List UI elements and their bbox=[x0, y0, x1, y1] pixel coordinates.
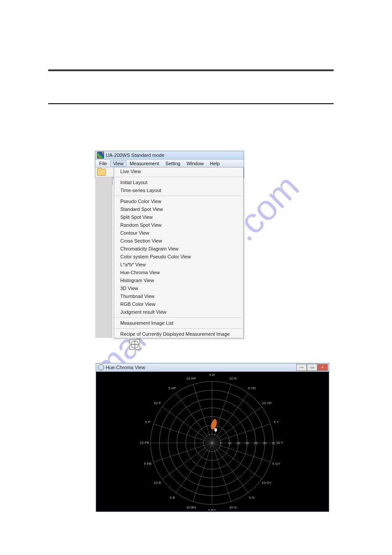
svg-text:5 PB: 5 PB bbox=[144, 462, 151, 466]
dd-rgb-color[interactable]: RGB Color View bbox=[114, 300, 243, 308]
svg-text:15: 15 bbox=[237, 442, 240, 445]
menu-file[interactable]: File bbox=[96, 160, 110, 167]
open-folder-icon[interactable] bbox=[97, 169, 106, 176]
svg-line-19 bbox=[212, 443, 270, 462]
dd-histogram[interactable]: Histogram View bbox=[114, 276, 243, 284]
svg-text:5 P: 5 P bbox=[145, 420, 151, 424]
svg-line-13 bbox=[212, 407, 262, 443]
svg-text:10 Y: 10 Y bbox=[276, 441, 284, 445]
menu-window[interactable]: Window bbox=[183, 160, 207, 167]
app-window: UA-200WS Standard mode File View Measure… bbox=[95, 151, 244, 178]
svg-line-35 bbox=[154, 443, 212, 462]
dd-hue-chroma[interactable]: Hue-Chroma View bbox=[114, 268, 243, 276]
dd-thumbnail[interactable]: Thumbnail View bbox=[114, 292, 243, 300]
dd-pseudo-color[interactable]: Pseudo Color View bbox=[114, 197, 243, 205]
svg-text:10 BG: 10 BG bbox=[186, 505, 196, 509]
svg-line-9 bbox=[212, 385, 231, 443]
svg-text:5 GY: 5 GY bbox=[272, 462, 281, 466]
dd-standard-spot[interactable]: Standard Spot View bbox=[114, 205, 243, 213]
dd-separator bbox=[115, 196, 242, 196]
svg-line-23 bbox=[212, 443, 248, 493]
maximize-button[interactable]: ▭ bbox=[307, 364, 317, 371]
svg-point-55 bbox=[214, 428, 217, 432]
svg-text:10 P: 10 P bbox=[154, 401, 161, 405]
window-titlebar[interactable]: UA-200WS Standard mode bbox=[95, 151, 244, 160]
divider-thick bbox=[48, 69, 334, 71]
svg-line-45 bbox=[193, 385, 212, 443]
svg-text:10 PB: 10 PB bbox=[140, 441, 149, 445]
svg-text:10 G: 10 G bbox=[229, 505, 237, 509]
menubar: File View Measurement Setting Window Hel… bbox=[95, 160, 244, 167]
svg-text:10 R: 10 R bbox=[229, 377, 237, 381]
view-dropdown: Live View Initial Layout Time-series Lay… bbox=[114, 167, 244, 338]
dd-timeseries-layout[interactable]: Time-series Layout bbox=[114, 186, 243, 194]
dd-lab-view[interactable]: L*a*b* View bbox=[114, 261, 243, 268]
dd-separator bbox=[115, 317, 242, 318]
svg-text:5: 5 bbox=[220, 442, 222, 445]
hue-window-title: Hue-Chroma View bbox=[106, 365, 145, 370]
dd-chromaticity[interactable]: Chromaticity Diagram View bbox=[114, 245, 243, 253]
svg-line-41 bbox=[162, 407, 212, 443]
svg-text:5 BG: 5 BG bbox=[208, 508, 216, 511]
menu-measurement[interactable]: Measurement bbox=[126, 160, 162, 167]
svg-text:10 GY: 10 GY bbox=[262, 481, 272, 485]
hue-window-icon bbox=[98, 364, 104, 370]
compass-icon bbox=[131, 341, 139, 348]
dd-color-system-pseudo[interactable]: Color system Pseudo Color View bbox=[114, 253, 243, 261]
svg-text:5 YR: 5 YR bbox=[248, 386, 256, 390]
svg-text:5 B: 5 B bbox=[169, 496, 175, 500]
svg-line-25 bbox=[212, 443, 231, 501]
svg-text:5 R: 5 R bbox=[209, 373, 215, 377]
svg-line-33 bbox=[162, 443, 212, 479]
left-panel bbox=[95, 177, 112, 338]
svg-text:35: 35 bbox=[272, 442, 275, 445]
minimize-button[interactable]: — bbox=[296, 364, 307, 371]
dd-separator bbox=[115, 177, 242, 177]
dd-recipe-current[interactable]: Recipe of Currently Displayed Measuremen… bbox=[114, 330, 243, 338]
svg-text:10 YR: 10 YR bbox=[262, 401, 272, 405]
divider-thin bbox=[48, 103, 334, 104]
svg-text:30: 30 bbox=[263, 442, 266, 445]
hue-window-titlebar[interactable]: Hue-Chroma View — ▭ × bbox=[96, 363, 329, 372]
svg-text:10 RP: 10 RP bbox=[186, 377, 196, 381]
svg-text:10: 10 bbox=[228, 442, 231, 445]
dd-3d-view[interactable]: 3D View bbox=[114, 284, 243, 292]
app-icon bbox=[97, 152, 104, 159]
dd-contour-view[interactable]: Contour View bbox=[114, 229, 243, 237]
svg-text:5 RP: 5 RP bbox=[169, 386, 176, 390]
svg-text:5 G: 5 G bbox=[249, 496, 255, 500]
dd-random-spot[interactable]: Random Spot View bbox=[114, 221, 243, 229]
svg-line-21 bbox=[212, 443, 262, 479]
hue-chroma-window: Hue-Chroma View — ▭ × 5 R10 R5 YR10 YR5 … bbox=[96, 363, 329, 512]
dd-cross-section[interactable]: Cross Section View bbox=[114, 237, 243, 245]
dd-measurement-image-list[interactable]: Measurement Image List bbox=[114, 319, 243, 327]
dd-split-spot[interactable]: Split Spot View bbox=[114, 213, 243, 221]
close-button[interactable]: × bbox=[317, 364, 328, 371]
svg-text:20: 20 bbox=[245, 442, 249, 445]
svg-line-29 bbox=[193, 443, 212, 501]
menu-view[interactable]: View bbox=[110, 160, 127, 167]
polar-chart: 5 R10 R5 YR10 YR5 Y10 Y5 GY10 GY5 G10 G5… bbox=[96, 372, 328, 511]
svg-point-56 bbox=[213, 419, 216, 423]
svg-text:10 B: 10 B bbox=[154, 481, 161, 485]
svg-line-11 bbox=[212, 393, 248, 443]
dd-live-view[interactable]: Live View bbox=[114, 167, 243, 175]
svg-line-43 bbox=[176, 393, 212, 443]
svg-line-15 bbox=[212, 424, 270, 443]
menu-help[interactable]: Help bbox=[207, 160, 223, 167]
hue-chroma-toolbar-icon[interactable] bbox=[129, 339, 140, 350]
dd-separator bbox=[115, 328, 242, 329]
dd-initial-layout[interactable]: Initial Layout bbox=[114, 178, 243, 186]
dd-judgment-result[interactable]: Judgment result View bbox=[114, 308, 243, 316]
svg-line-31 bbox=[176, 443, 212, 493]
svg-line-39 bbox=[154, 424, 212, 443]
svg-text:5 Y: 5 Y bbox=[274, 420, 280, 424]
menu-setting[interactable]: Setting bbox=[162, 160, 183, 167]
window-title: UA-200WS Standard mode bbox=[106, 152, 164, 158]
svg-text:25: 25 bbox=[254, 442, 258, 445]
